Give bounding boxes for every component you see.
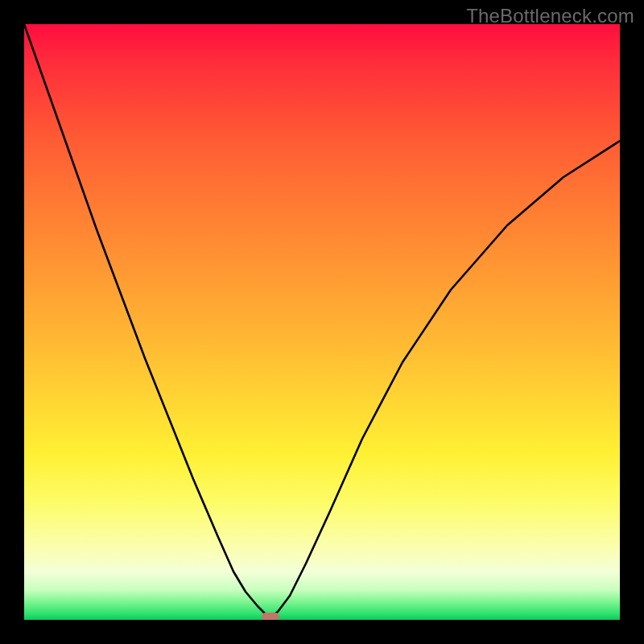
plot-frame	[24, 24, 620, 620]
watermark-text: TheBottleneck.com	[466, 5, 634, 27]
plot-background-gradient	[24, 24, 620, 620]
minimum-marker	[262, 613, 279, 620]
